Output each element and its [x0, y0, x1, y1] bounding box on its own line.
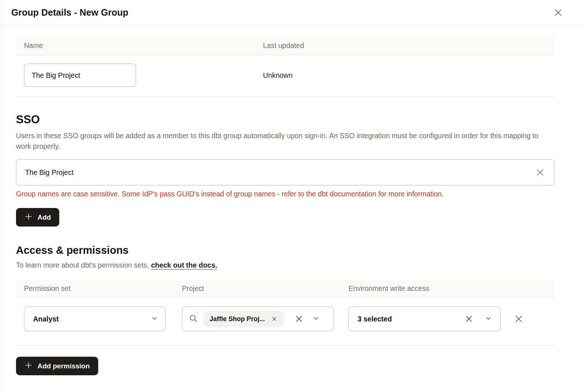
group-table: Name Last updated Unknown	[16, 36, 554, 96]
add-permission-button[interactable]: Add permission	[16, 357, 98, 375]
column-project: Project	[182, 284, 348, 293]
project-multiselect[interactable]: Jaffle Shop Proj...	[182, 307, 334, 331]
permissions-heading: Access & permissions	[16, 244, 554, 256]
plus-icon	[24, 212, 33, 223]
clear-icon	[465, 315, 473, 323]
permissions-description-text: To learn more about dbt's permission set…	[16, 261, 151, 269]
environment-select[interactable]: 3 selected	[348, 307, 501, 331]
add-permission-label: Add permission	[37, 362, 90, 370]
project-clear-button[interactable]	[293, 313, 305, 325]
close-icon	[553, 8, 563, 17]
project-tag: Jaffle Shop Proj...	[203, 311, 284, 327]
group-name-input[interactable]	[24, 64, 136, 87]
permissions-table-header: Permission set Project Environment write…	[16, 280, 554, 297]
clear-icon	[535, 168, 545, 177]
add-sso-label: Add	[37, 213, 51, 221]
permission-set-value: Analyst	[33, 315, 59, 323]
x-icon	[514, 314, 523, 324]
permission-row: Analyst Jaffle Shop Proj...	[16, 297, 554, 346]
sso-group-input[interactable]	[16, 159, 554, 185]
modal-header: Group Details - New Group	[0, 0, 582, 25]
permissions-table: Permission set Project Environment write…	[16, 280, 554, 346]
clear-icon	[295, 315, 303, 323]
column-environment: Environment write access	[348, 284, 546, 293]
plus-icon	[24, 361, 33, 371]
group-table-row: Unknown	[16, 55, 554, 96]
docs-link[interactable]: check out the docs.	[151, 261, 217, 269]
environment-value: 3 selected	[358, 315, 392, 323]
search-icon	[189, 314, 198, 324]
remove-permission-row-button[interactable]	[513, 313, 525, 325]
remove-project-tag-button[interactable]	[270, 315, 278, 323]
column-permission-set: Permission set	[24, 284, 182, 293]
close-button[interactable]	[552, 6, 565, 19]
column-last-updated: Last updated	[263, 41, 546, 50]
chevron-down-icon	[485, 315, 491, 323]
add-sso-button[interactable]: Add	[16, 208, 59, 227]
permission-set-select[interactable]: Analyst	[24, 307, 166, 331]
sso-description: Users in these SSO groups will be added …	[16, 131, 554, 152]
environment-clear-button[interactable]	[463, 313, 475, 325]
modal-title: Group Details - New Group	[11, 7, 128, 18]
modal-left-edge	[2, 0, 2, 392]
column-name: Name	[24, 41, 263, 50]
chevron-down-icon	[151, 315, 158, 323]
group-table-header: Name Last updated	[16, 36, 554, 55]
group-details-modal: Group Details - New Group Name Last upda…	[0, 0, 582, 392]
project-tag-label: Jaffle Shop Proj...	[210, 315, 265, 323]
x-icon	[272, 316, 277, 321]
modal-body: Name Last updated Unknown SSO Users in t…	[0, 36, 582, 375]
permissions-description: To learn more about dbt's permission set…	[16, 261, 554, 269]
sso-heading: SSO	[16, 113, 554, 126]
last-updated-value: Unknown	[263, 71, 546, 80]
sso-clear-button[interactable]	[534, 166, 546, 179]
chevron-down-icon	[313, 315, 319, 323]
sso-group-field	[16, 159, 554, 185]
sso-helper-text: Group names are case sensitive. Some IdP…	[16, 190, 554, 198]
